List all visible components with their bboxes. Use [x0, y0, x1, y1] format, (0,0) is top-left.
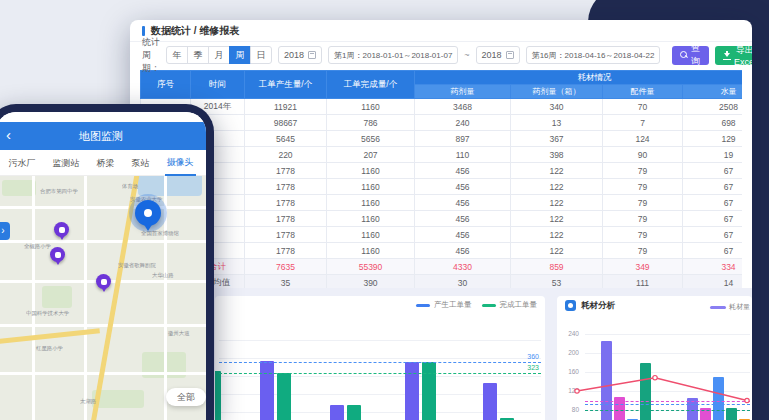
- map-road: [84, 176, 87, 420]
- start-week-value: 第1周：2018-01-01～2018-01-07: [334, 50, 452, 61]
- table-cell: 367: [511, 131, 603, 147]
- table-cell: 129: [683, 131, 743, 147]
- legend-item[interactable]: 产生工单量: [416, 300, 472, 310]
- bar-产生工单量-4[interactable]: [483, 383, 497, 420]
- map-label: 安徽省歌舞剧院: [118, 262, 156, 270]
- table-row[interactable]: 9177811604561227967: [141, 227, 743, 243]
- table-cell: 1160: [327, 99, 415, 115]
- table-cell: 70: [603, 99, 683, 115]
- phone-tab-2[interactable]: 桥梁: [95, 151, 117, 175]
- map-label: 中国科学技术大学: [26, 310, 69, 318]
- table-cell: 67: [683, 243, 743, 259]
- bar-产生工单量-2[interactable]: [330, 405, 344, 420]
- table-row[interactable]: 5177811604561227967: [141, 163, 743, 179]
- table-cell: 349: [603, 259, 683, 275]
- bar-产生工单量-3[interactable]: [405, 362, 419, 420]
- camera-pin-1[interactable]: [50, 247, 65, 262]
- dashboard-card: 数据统计 / 维修报表 统计周期： 年季月周日 2018 第1周：2018-01…: [130, 20, 752, 420]
- start-week-input[interactable]: 第1周：2018-01-01～2018-01-07: [328, 46, 458, 64]
- table-row[interactable]: 12014年1192111603468340702508: [141, 99, 743, 115]
- table-cell: 79: [603, 211, 683, 227]
- table-cell: 1778: [245, 195, 327, 211]
- table-row[interactable]: 298667786240137698: [141, 115, 743, 131]
- table-cell: 3468: [415, 99, 511, 115]
- period-option-1[interactable]: 季: [187, 46, 209, 64]
- table-cell: 1778: [245, 163, 327, 179]
- table-cell: 456: [415, 163, 511, 179]
- export-label: 导出Excel: [732, 44, 752, 67]
- legend-swatch: [482, 304, 496, 307]
- back-icon[interactable]: ‹: [6, 126, 11, 143]
- period-option-2[interactable]: 月: [208, 46, 230, 64]
- table-cell: 124: [603, 131, 683, 147]
- bar-完成工单量-0[interactable]: [215, 371, 221, 420]
- consumables-chart-panel: 耗材分析 耗材量 2402001601208040: [557, 296, 752, 420]
- col-header-sub-4: 水量: [683, 85, 743, 99]
- period-option-3[interactable]: 周: [229, 46, 251, 64]
- table-cell: 79: [603, 195, 683, 211]
- average-line: [219, 362, 541, 363]
- table-cell: 122: [511, 195, 603, 211]
- table-cell: 1160: [327, 195, 415, 211]
- table-cell: 67: [683, 179, 743, 195]
- map-expander-button[interactable]: ›: [0, 222, 10, 240]
- map-label: 全椒路小学: [24, 243, 51, 251]
- table-cell: 13: [511, 115, 603, 131]
- map-park-patch: [42, 286, 72, 308]
- legend-label: 耗材量: [729, 302, 750, 312]
- legend-item[interactable]: 完成工单量: [482, 300, 538, 310]
- calendar-icon: [506, 51, 514, 59]
- bar-完成工单量-3[interactable]: [422, 362, 436, 420]
- table-row[interactable]: 6177811604561227967: [141, 179, 743, 195]
- col-header-sub-3: 配件量: [603, 85, 683, 99]
- table-cell: 1160: [327, 227, 415, 243]
- end-week-input[interactable]: 第16周：2018-04-16～2018-04-22: [526, 46, 661, 64]
- legend-label: 产生工单量: [434, 300, 472, 310]
- table-cell: 1778: [245, 179, 327, 195]
- export-excel-button[interactable]: 导出Excel: [715, 46, 752, 65]
- table-row[interactable]: 42202071103989019: [141, 147, 743, 163]
- map-view[interactable]: › 全部 合肥市第四中学体育场安徽农业大学全国首家博物馆全椒路小学安徽省歌舞剧院…: [0, 176, 206, 420]
- period-option-0[interactable]: 年: [166, 46, 188, 64]
- map-main-road: [88, 176, 142, 420]
- table-cell: 240: [415, 115, 511, 131]
- table-cell: 5656: [327, 131, 415, 147]
- camera-pin-2[interactable]: [96, 274, 111, 289]
- query-button[interactable]: 查询: [672, 46, 709, 65]
- table-cell: 340: [511, 99, 603, 115]
- table-total-row[interactable]: 合计7635553904330859349334: [141, 259, 743, 275]
- bar-完成工单量-1[interactable]: [277, 373, 291, 420]
- table-row[interactable]: 356455656897367124129: [141, 131, 743, 147]
- map-all-button[interactable]: 全部: [166, 388, 206, 406]
- camera-pin-0[interactable]: [54, 222, 69, 237]
- phone-tab-0[interactable]: 污水厂: [7, 151, 38, 175]
- start-year-select[interactable]: 2018: [278, 46, 322, 64]
- table-row[interactable]: 7177811604561227967: [141, 195, 743, 211]
- phone-tab-3[interactable]: 泵站: [130, 151, 152, 175]
- table-cell: 456: [415, 179, 511, 195]
- period-option-4[interactable]: 日: [250, 46, 272, 64]
- phone-tab-1[interactable]: 监测站: [51, 151, 82, 175]
- table-row[interactable]: 10177811604561227967: [141, 243, 743, 259]
- map-label: 体育场: [122, 183, 138, 191]
- phone-screen: ‹ 地图监测 污水厂监测站桥梁泵站摄像头 › 全部 合肥市第四中学体育场安徽农业…: [0, 112, 206, 420]
- selected-camera-pin[interactable]: [135, 200, 161, 226]
- table-cell: 90: [603, 147, 683, 163]
- table-cell: 122: [511, 179, 603, 195]
- map-label: 太湖路: [80, 398, 96, 406]
- table-row[interactable]: 8177811604561227967: [141, 211, 743, 227]
- table-cell: 456: [415, 227, 511, 243]
- phone-tab-4[interactable]: 摄像头: [165, 150, 196, 176]
- search-icon: [680, 51, 685, 59]
- table-cell: 110: [415, 147, 511, 163]
- table-cell: 1778: [245, 227, 327, 243]
- table-cell: 79: [603, 163, 683, 179]
- col-header-sub-1: 药剂量: [415, 85, 511, 99]
- bar-产生工单量-1[interactable]: [260, 361, 274, 420]
- average-line-label: 323: [527, 364, 539, 372]
- end-year-select[interactable]: 2018: [476, 46, 520, 64]
- table-cell: 1160: [327, 163, 415, 179]
- col-header-sub-2: 药剂量（箱）: [511, 85, 603, 99]
- bar-完成工单量-2[interactable]: [347, 405, 361, 420]
- end-week-value: 第16周：2018-04-16～2018-04-22: [532, 50, 655, 61]
